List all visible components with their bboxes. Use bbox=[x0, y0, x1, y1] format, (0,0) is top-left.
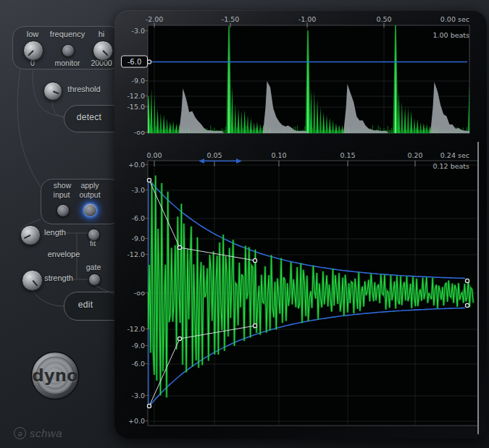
low-label: low bbox=[27, 30, 39, 38]
edit-db-tick: -oo bbox=[134, 289, 145, 297]
detect-display: -2.00-1.50-1.000.500.00 sec1.00 beats-3.… bbox=[122, 15, 476, 136]
schwa-brand-text: schwa bbox=[30, 427, 62, 439]
low-knob-pointer bbox=[28, 50, 33, 56]
hi-label: hi bbox=[99, 30, 105, 38]
dyno-logo: dyno dyno bbox=[30, 351, 80, 403]
envelope-handle[interactable] bbox=[177, 337, 181, 340]
show-label: show bbox=[54, 181, 72, 190]
envelope-handle[interactable] bbox=[147, 178, 151, 182]
strength-knob[interactable] bbox=[22, 270, 43, 291]
edit-time-tick: 0.15 bbox=[340, 151, 355, 159]
envelope-handle[interactable] bbox=[177, 245, 181, 249]
edit-time-tick: 0.00 bbox=[146, 151, 162, 159]
dyno-logo-badge: dyno dyno bbox=[30, 351, 80, 400]
length-label: length bbox=[44, 228, 66, 237]
fit-button[interactable] bbox=[88, 229, 100, 241]
threshold-knob-pointer bbox=[53, 90, 59, 94]
show-input-button[interactable] bbox=[57, 204, 70, 217]
detect-time-tick: -1.00 bbox=[298, 15, 317, 23]
edit-sec-label: 0.24 sec bbox=[440, 151, 469, 159]
strength-knob-pointer bbox=[32, 280, 38, 287]
detect-time-tick: -1.50 bbox=[222, 15, 240, 23]
threshold-label: threshold bbox=[67, 85, 100, 93]
threshold-value-label: -6.0 bbox=[128, 58, 142, 66]
dyno-plugin-window: low frequency hi 0 monitor 20000 thresho… bbox=[0, 0, 489, 448]
envelope-handle[interactable] bbox=[253, 324, 256, 327]
output-label: output bbox=[79, 190, 100, 199]
edit-db-tick: +0.0 bbox=[128, 161, 145, 169]
detect-label: detect bbox=[77, 112, 102, 122]
envelope-handle[interactable] bbox=[253, 258, 256, 262]
envelope-handle[interactable] bbox=[147, 404, 151, 407]
edit-db-tick: -12.0 bbox=[127, 325, 145, 333]
detect-db-tick: -9.0 bbox=[131, 77, 145, 85]
edit-right-edge-marker[interactable] bbox=[477, 142, 479, 434]
detect-time-tick: 0.50 bbox=[376, 15, 391, 23]
envelope-handle[interactable] bbox=[465, 303, 469, 307]
frequency-label: frequency bbox=[50, 30, 85, 38]
envelope-label: envelope bbox=[48, 250, 80, 258]
length-knob[interactable] bbox=[20, 225, 41, 245]
edit-db-tick: -3.0 bbox=[131, 392, 145, 400]
schwa-brand: ə schwa bbox=[14, 427, 62, 439]
schwa-glyph: ə bbox=[17, 429, 22, 438]
length-knob-pointer bbox=[24, 234, 31, 239]
strength-label: strength bbox=[44, 274, 73, 282]
edit-label: edit bbox=[78, 300, 93, 310]
hi-knob-pointer bbox=[102, 50, 108, 56]
detect-sec-label: 0.00 sec bbox=[440, 15, 469, 23]
edit-db-tick: -6.0 bbox=[131, 360, 145, 368]
gate-button[interactable] bbox=[88, 274, 101, 286]
hi-knob[interactable] bbox=[93, 41, 113, 61]
detect-db-tick: -15.0 bbox=[127, 103, 145, 111]
edit-db-tick: -3.0 bbox=[131, 186, 145, 194]
monitor-button[interactable] bbox=[62, 44, 75, 57]
edit-display: 0.000.050.100.150.200.24 sec0.12 beats+0… bbox=[127, 142, 479, 434]
detect-time-tick: -2.00 bbox=[146, 15, 164, 23]
schwa-logo-icon: ə bbox=[14, 427, 26, 439]
detect-db-tick: -oo bbox=[134, 128, 145, 136]
monitor-label: monitor bbox=[54, 59, 80, 67]
edit-time-tick: 0.10 bbox=[271, 151, 286, 159]
edit-db-tick: +0.0 bbox=[128, 417, 145, 425]
apply-label: apply bbox=[80, 181, 99, 190]
detect-beats-label: 1.00 beats bbox=[432, 31, 469, 39]
edit-db-tick: -9.0 bbox=[131, 234, 145, 242]
edit-time-tick: 0.20 bbox=[407, 151, 422, 159]
gate-label: gate bbox=[86, 263, 101, 271]
apply-output-button[interactable] bbox=[83, 203, 97, 217]
threshold-handle[interactable] bbox=[147, 60, 151, 64]
edit-db-tick: -6.0 bbox=[131, 214, 145, 222]
envelope-handle[interactable] bbox=[465, 279, 469, 282]
detect-db-tick: -3.0 bbox=[131, 27, 145, 35]
edit-db-tick: -12.0 bbox=[127, 250, 145, 258]
dyno-logo-text: dyno bbox=[32, 366, 78, 385]
detect-db-tick: -12.0 bbox=[127, 92, 145, 100]
edit-time-tick: 0.05 bbox=[206, 151, 222, 159]
edit-beats-label: 0.12 beats bbox=[432, 162, 469, 170]
threshold-knob[interactable] bbox=[43, 82, 62, 101]
low-knob[interactable] bbox=[23, 41, 43, 61]
edit-db-tick: -9.0 bbox=[131, 342, 145, 350]
input-label: input bbox=[54, 190, 70, 199]
